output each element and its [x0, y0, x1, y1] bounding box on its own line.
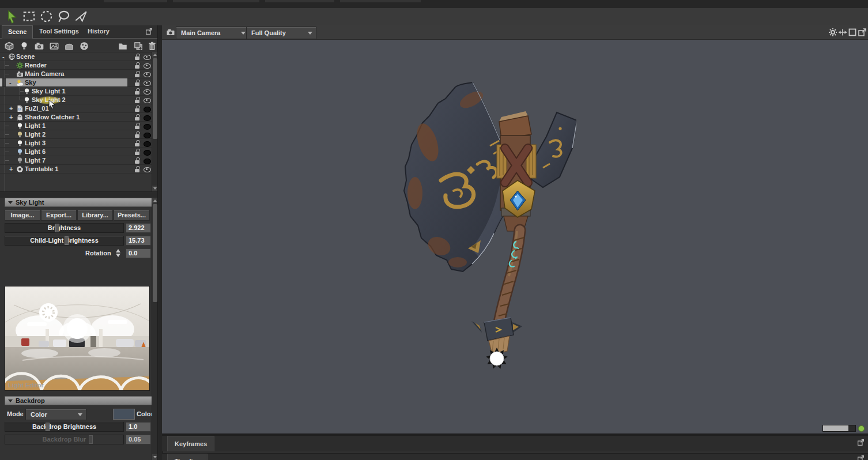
- lasso-select-icon[interactable]: [56, 9, 71, 24]
- tree-row-sky-light-1[interactable]: Sky Light 1: [0, 87, 152, 96]
- tree-row-render[interactable]: Render: [0, 61, 152, 70]
- undock-keyframes-icon[interactable]: [857, 439, 865, 446]
- polygon-lasso-icon[interactable]: [74, 9, 89, 24]
- lock-icon[interactable]: [135, 114, 140, 120]
- viewport-settings-gear-icon[interactable]: [828, 28, 837, 37]
- visibility-eye-icon[interactable]: [144, 115, 151, 121]
- select-arrow-icon[interactable]: [5, 9, 20, 24]
- tree-row-scene[interactable]: - Scene: [0, 52, 152, 61]
- tree-row-light-6[interactable]: Light 6: [0, 148, 152, 156]
- tree-row-shadow-catcher[interactable]: + Shadow Catcher 1: [0, 113, 152, 122]
- lock-icon[interactable]: [135, 97, 140, 103]
- tree-row-fuzi-01[interactable]: + FuZi_01: [0, 104, 152, 113]
- delete-trash-icon[interactable]: [147, 41, 157, 51]
- backdrop-brightness-slider[interactable]: Backdrop Brightness: [5, 422, 124, 432]
- group-folder-icon[interactable]: [118, 41, 128, 51]
- tree-row-sky-light-2[interactable]: Sky Light 2: [0, 96, 152, 104]
- lock-icon[interactable]: [135, 166, 140, 172]
- visibility-eye-icon[interactable]: [144, 55, 151, 60]
- tab-scene[interactable]: Scene: [2, 25, 33, 39]
- visibility-eye-icon[interactable]: [144, 133, 151, 138]
- add-light-icon[interactable]: [19, 41, 29, 51]
- tree-row-light-1[interactable]: Light 1: [0, 122, 152, 130]
- visibility-eye-icon[interactable]: [144, 81, 151, 86]
- lock-icon[interactable]: [135, 54, 140, 60]
- lock-icon[interactable]: [135, 123, 140, 129]
- visibility-eye-icon[interactable]: [144, 124, 151, 130]
- tree-row-light-2[interactable]: Light 2: [0, 130, 152, 139]
- slider-handle[interactable]: [46, 423, 50, 431]
- expander[interactable]: -: [9, 79, 12, 86]
- lock-icon[interactable]: [135, 62, 140, 69]
- visibility-eye-icon[interactable]: [144, 98, 151, 103]
- library-button[interactable]: Library...: [77, 210, 113, 221]
- undock-panel-icon[interactable]: [145, 28, 153, 35]
- expander[interactable]: +: [9, 165, 13, 173]
- slider-handle[interactable]: [55, 224, 59, 232]
- expander[interactable]: +: [9, 105, 13, 112]
- lock-icon[interactable]: [135, 71, 140, 77]
- undock-viewport-icon[interactable]: [858, 28, 867, 37]
- expander[interactable]: -: [2, 53, 5, 61]
- axe-3d-model[interactable]: [386, 78, 576, 372]
- add-camera-icon[interactable]: [34, 41, 44, 51]
- expander[interactable]: +: [9, 114, 13, 121]
- image-button[interactable]: Image...: [5, 210, 40, 221]
- child-light-brightness-value[interactable]: 15.73: [126, 236, 151, 246]
- tab-history[interactable]: History: [82, 25, 115, 37]
- tab-tool-settings[interactable]: Tool Settings: [33, 25, 85, 37]
- marquee-select-icon[interactable]: [22, 9, 37, 24]
- status-indicator-dot: [858, 425, 865, 432]
- brightness-value[interactable]: 2.922: [126, 223, 151, 233]
- lock-icon[interactable]: [135, 80, 140, 86]
- tree-row-turntable[interactable]: + Turntable 1: [0, 165, 152, 174]
- backdrop-mode-select[interactable]: Color: [25, 409, 86, 420]
- lock-icon[interactable]: [135, 157, 140, 164]
- keyframes-tab[interactable]: Keyframes: [167, 436, 214, 451]
- camera-select[interactable]: Main Camera: [176, 27, 250, 39]
- visibility-eye-icon[interactable]: [144, 72, 151, 77]
- lock-icon[interactable]: [135, 88, 140, 95]
- brightness-slider[interactable]: Brightness: [5, 223, 124, 233]
- rotation-spinner[interactable]: [115, 248, 122, 258]
- lock-icon[interactable]: [135, 105, 140, 112]
- add-material-icon[interactable]: [79, 41, 89, 51]
- visibility-eye-icon[interactable]: [144, 141, 151, 147]
- environment-preview[interactable]: Light Editor: [5, 286, 150, 391]
- duplicate-icon[interactable]: [133, 41, 144, 51]
- lock-icon[interactable]: [135, 149, 140, 155]
- undock-timeline-icon[interactable]: [857, 455, 865, 460]
- pan-resize-icon[interactable]: [838, 28, 847, 37]
- tree-row-sky[interactable]: - Sky: [0, 78, 152, 87]
- presets-button[interactable]: Presets...: [114, 210, 150, 221]
- visibility-eye-icon[interactable]: [144, 150, 151, 156]
- maximize-icon[interactable]: [848, 28, 857, 37]
- backdrop-section-header[interactable]: Backdrop: [5, 396, 152, 405]
- lock-icon[interactable]: [135, 140, 140, 146]
- lock-icon[interactable]: [135, 131, 140, 138]
- render-progress-bar: [822, 425, 856, 432]
- tree-row-light-7[interactable]: Light 7: [0, 156, 152, 165]
- add-geometry-icon[interactable]: [4, 41, 14, 51]
- tree-row-light-3[interactable]: Light 3: [0, 139, 152, 148]
- render-quality-select[interactable]: Full Quality: [246, 27, 316, 39]
- add-environment-icon[interactable]: [49, 41, 59, 51]
- visibility-eye-icon[interactable]: [144, 167, 151, 172]
- ellipse-select-icon[interactable]: [39, 9, 54, 24]
- backdrop-color-swatch[interactable]: [113, 409, 135, 420]
- visibility-eye-icon[interactable]: [144, 89, 151, 95]
- timeline-tab[interactable]: Timeline: [167, 454, 207, 460]
- rotation-value[interactable]: 0.0: [126, 248, 151, 258]
- application-window: Scene Tool Settings History - Scene: [0, 0, 868, 460]
- export-button[interactable]: Export...: [41, 210, 77, 221]
- tree-row-main-camera[interactable]: Main Camera: [0, 70, 152, 78]
- backdrop-brightness-value[interactable]: 1.0: [126, 422, 151, 432]
- child-light-brightness-slider[interactable]: Child-Light Brightness: [5, 236, 124, 246]
- visibility-eye-icon[interactable]: [144, 159, 151, 164]
- sky-light-section-header[interactable]: Sky Light: [5, 198, 152, 207]
- slider-handle[interactable]: [65, 236, 69, 245]
- add-backplate-icon[interactable]: [64, 41, 74, 51]
- realtime-viewport[interactable]: Main Camera Full Quality: [162, 25, 868, 433]
- visibility-eye-icon[interactable]: [144, 107, 151, 112]
- visibility-eye-icon[interactable]: [144, 63, 151, 69]
